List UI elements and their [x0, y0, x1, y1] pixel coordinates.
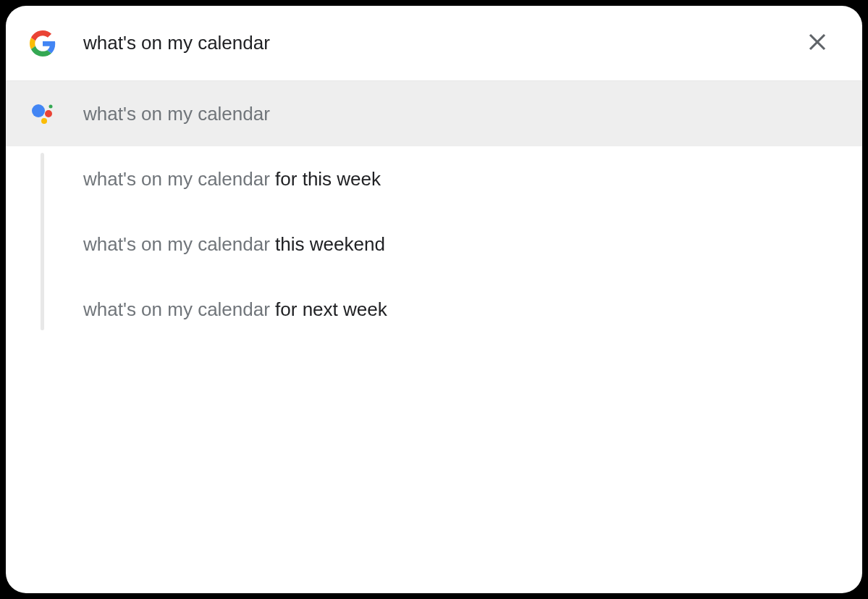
scroll-indicator [41, 153, 44, 330]
suggestion-item[interactable]: what's on my calendar this weekend [6, 211, 862, 277]
suggestion-text: what's on my calendar for next week [83, 300, 387, 319]
close-icon [806, 31, 828, 56]
close-button[interactable] [801, 28, 833, 59]
svg-point-4 [41, 118, 47, 124]
svg-point-5 [49, 105, 53, 109]
search-bar [6, 6, 862, 81]
suggestion-item[interactable]: what's on my calendar for next week [6, 277, 862, 342]
suggestion-text: what's on my calendar [83, 104, 270, 123]
search-card: what's on my calendar what's on my calen… [6, 6, 862, 593]
svg-point-2 [32, 104, 45, 117]
suggestion-item[interactable]: what's on my calendar for this week [6, 146, 862, 211]
suggestions-list: what's on my calendar what's on my calen… [6, 81, 862, 342]
suggestion-text: what's on my calendar this weekend [83, 235, 385, 254]
svg-point-3 [45, 110, 52, 117]
suggestion-item[interactable]: what's on my calendar [6, 81, 862, 146]
assistant-icon [30, 101, 56, 127]
suggestion-text: what's on my calendar for this week [83, 169, 381, 188]
search-input[interactable] [83, 32, 801, 54]
google-logo-icon [30, 30, 56, 56]
